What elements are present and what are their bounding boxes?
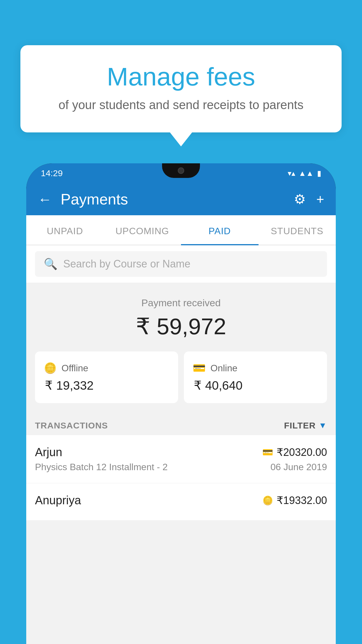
- search-icon: 🔍: [44, 258, 57, 270]
- app-content: 🔍 Search by Course or Name Payment recei…: [26, 245, 336, 644]
- online-icon: 💳: [193, 362, 206, 374]
- phone-frame: 14:29 ▾▴ ▲▲ ▮ ← Payments ⚙ + UNPAID UPCO…: [26, 163, 336, 644]
- front-camera: [178, 167, 184, 174]
- back-button[interactable]: ←: [38, 191, 52, 207]
- offline-icon: 🪙: [44, 362, 57, 374]
- transaction-row-top: Arjun 💳 ₹20320.00: [35, 446, 327, 459]
- payment-cards: 🪙 Offline ₹ 19,332 💳 Online ₹ 40,640: [26, 351, 336, 415]
- offline-amount: ₹ 19,332: [44, 378, 169, 393]
- payment-received-section: Payment received ₹ 59,972: [26, 283, 336, 351]
- offline-card-header: 🪙 Offline: [44, 362, 169, 374]
- transaction-amount: ₹19332.00: [277, 494, 327, 507]
- tab-unpaid[interactable]: UNPAID: [26, 215, 104, 245]
- transactions-header: TRANSACTIONS FILTER ▼: [26, 415, 336, 435]
- battery-icon: ▮: [317, 169, 321, 178]
- transaction-row-bottom: Physics Batch 12 Installment - 2 06 June…: [35, 462, 327, 473]
- search-bar-container: 🔍 Search by Course or Name: [26, 245, 336, 283]
- filter-icon: ▼: [319, 421, 327, 430]
- status-bar: 14:29 ▾▴ ▲▲ ▮: [26, 163, 336, 183]
- search-input-wrap[interactable]: 🔍 Search by Course or Name: [35, 251, 327, 277]
- offline-payment-icon: 🪙: [262, 495, 273, 505]
- tabs: UNPAID UPCOMING PAID STUDENTS: [26, 215, 336, 245]
- header-title: Payments: [61, 190, 294, 208]
- status-time: 14:29: [41, 168, 63, 178]
- speech-bubble: Manage fees of your students and send re…: [20, 45, 342, 132]
- table-row[interactable]: Anupriya 🪙 ₹19332.00: [26, 483, 336, 521]
- payment-total-amount: ₹ 59,972: [35, 313, 327, 340]
- search-input[interactable]: Search by Course or Name: [63, 258, 190, 270]
- signal-icon: ▲▲: [299, 169, 314, 178]
- filter-button[interactable]: FILTER ▼: [284, 421, 327, 430]
- transaction-date: 06 June 2019: [270, 462, 327, 473]
- header-icons: ⚙ +: [294, 191, 324, 207]
- notch: [162, 163, 200, 178]
- speech-bubble-title: Manage fees: [44, 63, 318, 91]
- table-row[interactable]: Arjun 💳 ₹20320.00 Physics Batch 12 Insta…: [26, 435, 336, 483]
- speech-bubble-subtitle: of your students and send receipts to pa…: [44, 98, 318, 112]
- transaction-amount-wrap: 💳 ₹20320.00: [262, 446, 327, 459]
- online-payment-card: 💳 Online ₹ 40,640: [184, 351, 327, 403]
- payment-received-label: Payment received: [35, 297, 327, 309]
- transaction-amount-wrap: 🪙 ₹19332.00: [262, 494, 327, 507]
- transaction-name: Arjun: [35, 446, 62, 459]
- offline-payment-card: 🪙 Offline ₹ 19,332: [35, 351, 178, 403]
- wifi-icon: ▾▴: [288, 169, 295, 178]
- online-payment-icon: 💳: [262, 447, 273, 457]
- offline-label: Offline: [61, 363, 88, 374]
- transaction-course: Physics Batch 12 Installment - 2: [35, 462, 168, 473]
- transaction-name: Anupriya: [35, 494, 81, 507]
- online-label: Online: [210, 363, 238, 374]
- status-icons: ▾▴ ▲▲ ▮: [288, 169, 321, 178]
- online-card-header: 💳 Online: [193, 362, 318, 374]
- app-header: ← Payments ⚙ +: [26, 183, 336, 215]
- transaction-amount: ₹20320.00: [277, 446, 327, 459]
- add-icon[interactable]: +: [316, 191, 324, 207]
- transaction-row-top: Anupriya 🪙 ₹19332.00: [35, 494, 327, 507]
- filter-label: FILTER: [284, 421, 316, 430]
- online-amount: ₹ 40,640: [193, 378, 318, 393]
- transactions-label: TRANSACTIONS: [35, 421, 108, 430]
- tab-paid[interactable]: PAID: [181, 215, 259, 245]
- tab-students[interactable]: STUDENTS: [259, 215, 336, 245]
- settings-icon[interactable]: ⚙: [294, 191, 306, 207]
- tab-upcoming[interactable]: UPCOMING: [104, 215, 181, 245]
